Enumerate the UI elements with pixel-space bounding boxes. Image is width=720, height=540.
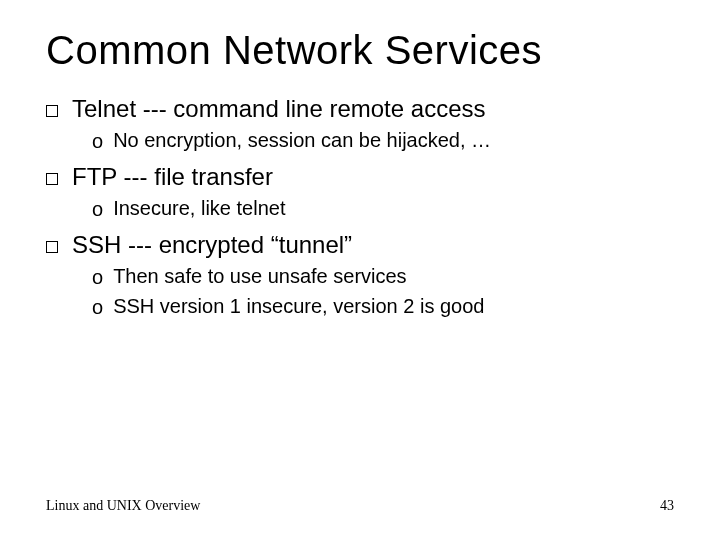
sub-item-text: Then safe to use unsafe services [113, 265, 407, 288]
list-item-text: Telnet --- command line remote access [72, 95, 485, 123]
bullet-list: Telnet --- command line remote access o … [46, 95, 674, 319]
sub-item-text: Insecure, like telnet [113, 197, 285, 220]
circle-bullet-icon: o [92, 296, 103, 319]
square-bullet-icon [46, 241, 58, 253]
sub-item: o SSH version 1 insecure, version 2 is g… [92, 295, 674, 319]
slide: Common Network Services Telnet --- comma… [0, 0, 720, 540]
footer-left: Linux and UNIX Overview [46, 498, 200, 514]
sub-item: o Insecure, like telnet [92, 197, 674, 221]
sub-list: o No encryption, session can be hijacked… [92, 129, 674, 153]
square-bullet-icon [46, 173, 58, 185]
list-item-text: FTP --- file transfer [72, 163, 273, 191]
circle-bullet-icon: o [92, 198, 103, 221]
sub-item: o No encryption, session can be hijacked… [92, 129, 674, 153]
circle-bullet-icon: o [92, 130, 103, 153]
sub-item-text: SSH version 1 insecure, version 2 is goo… [113, 295, 484, 318]
sub-list: o Insecure, like telnet [92, 197, 674, 221]
sub-list: o Then safe to use unsafe services o SSH… [92, 265, 674, 319]
slide-title: Common Network Services [46, 28, 674, 73]
slide-footer: Linux and UNIX Overview 43 [46, 498, 674, 514]
list-item: Telnet --- command line remote access [46, 95, 674, 123]
circle-bullet-icon: o [92, 266, 103, 289]
list-item: FTP --- file transfer [46, 163, 674, 191]
list-item: SSH --- encrypted “tunnel” [46, 231, 674, 259]
list-item-text: SSH --- encrypted “tunnel” [72, 231, 352, 259]
sub-item-text: No encryption, session can be hijacked, … [113, 129, 491, 152]
sub-item: o Then safe to use unsafe services [92, 265, 674, 289]
square-bullet-icon [46, 105, 58, 117]
slide-number: 43 [660, 498, 674, 514]
